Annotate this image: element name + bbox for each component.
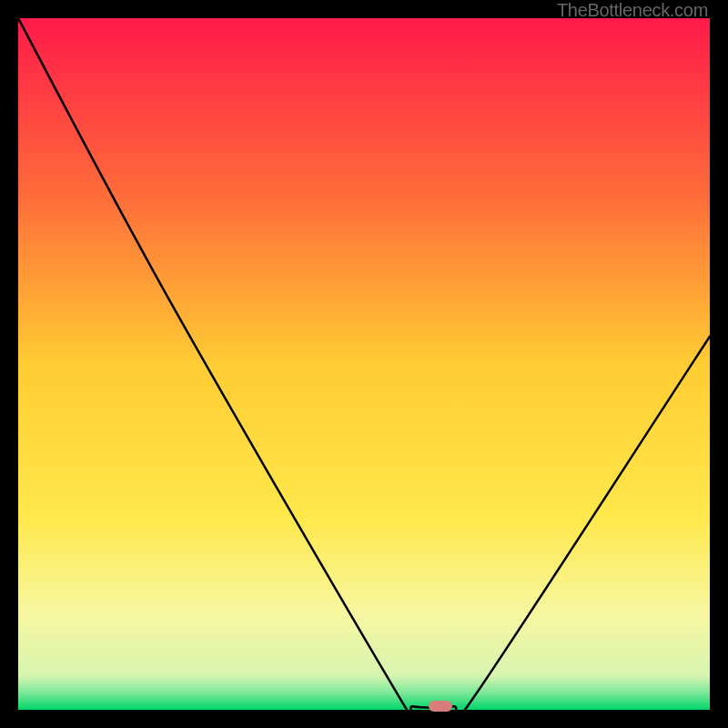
chart-plot bbox=[18, 18, 710, 710]
chart-background bbox=[18, 18, 710, 710]
optimal-marker bbox=[429, 701, 452, 712]
chart-frame: TheBottleneck.com bbox=[0, 0, 728, 728]
